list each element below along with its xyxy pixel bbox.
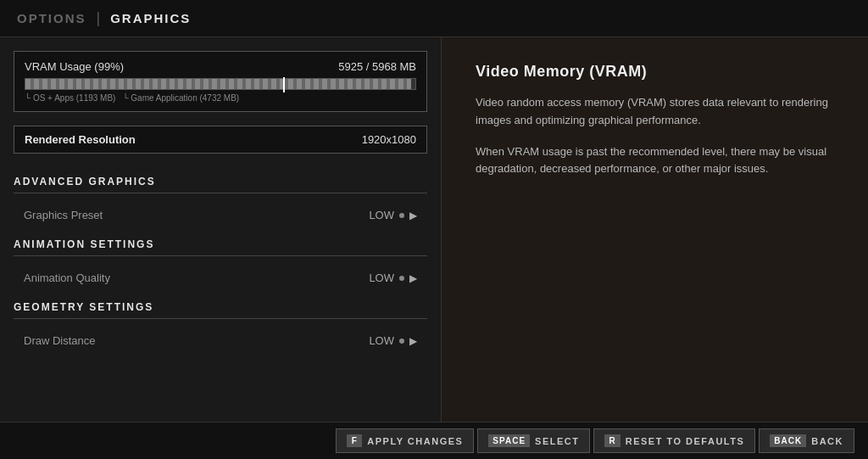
vram-os-label: OS + Apps (1193 MB): [25, 93, 115, 103]
vram-game-label: Game Application (4732 MB): [122, 93, 239, 103]
vram-bar-fill: [25, 79, 411, 89]
header-divider: |: [97, 9, 101, 27]
animation-quality-row[interactable]: Animation Quality LOW ▶: [14, 263, 427, 293]
select-button[interactable]: SPACE SELECT: [477, 428, 590, 453]
info-paragraph-2: When VRAM usage is past the recommended …: [476, 143, 843, 179]
right-panel: Video Memory (VRAM) Video random access …: [441, 37, 868, 422]
animation-quality-arrow[interactable]: ▶: [409, 272, 417, 284]
section-header-animation-settings: ANIMATION SETTINGS: [14, 233, 427, 256]
back-button[interactable]: BACK BACK: [759, 428, 854, 453]
section-header-advanced-graphics: ADVANCED GRAPHICS: [14, 171, 427, 193]
info-paragraph-1: Video random access memory (VRAM) stores…: [476, 94, 843, 130]
back-label: BACK: [811, 436, 843, 446]
draw-distance-arrow[interactable]: ▶: [409, 335, 417, 347]
graphics-preset-dot: [399, 213, 404, 218]
graphics-preset-value: LOW: [369, 209, 394, 221]
animation-quality-dot: [399, 276, 404, 281]
draw-distance-row[interactable]: Draw Distance LOW ▶: [14, 326, 427, 355]
apply-changes-label: APPLY CHANGES: [367, 436, 463, 446]
back-key: BACK: [770, 434, 806, 447]
main-container: OPTIONS | GRAPHICS VRAM Usage (99%) 5925…: [0, 0, 868, 459]
rendered-resolution-row: Rendered Resolution 1920x1080: [14, 126, 427, 154]
draw-distance-label: Draw Distance: [24, 334, 96, 347]
animation-quality-value-area: LOW ▶: [369, 271, 417, 284]
reset-key: R: [604, 434, 620, 447]
options-nav-label[interactable]: OPTIONS: [17, 11, 86, 25]
vram-bar-cursor: [283, 77, 285, 92]
draw-distance-value: LOW: [369, 334, 394, 347]
vram-labels: OS + Apps (1193 MB) Game Application (47…: [25, 93, 416, 103]
main-area: VRAM Usage (99%) 5925 / 5968 MB OS + App…: [0, 37, 868, 422]
graphics-preset-row[interactable]: Graphics Preset LOW ▶: [14, 200, 427, 230]
apply-changes-button[interactable]: F APPLY CHANGES: [336, 428, 474, 453]
select-key: SPACE: [488, 434, 530, 447]
left-panel: VRAM Usage (99%) 5925 / 5968 MB OS + App…: [0, 37, 441, 422]
vram-values: 5925 / 5968 MB: [338, 60, 416, 73]
animation-quality-label: Animation Quality: [24, 271, 110, 284]
draw-distance-value-area: LOW ▶: [369, 334, 417, 347]
vram-title: VRAM Usage (99%): [25, 60, 124, 73]
reset-to-defaults-button[interactable]: R RESET TO DEFAULTS: [593, 428, 755, 453]
select-label: SELECT: [535, 436, 579, 446]
reset-label: RESET TO DEFAULTS: [626, 436, 745, 446]
header: OPTIONS | GRAPHICS: [0, 0, 868, 37]
vram-header: VRAM Usage (99%) 5925 / 5968 MB: [25, 60, 416, 73]
graphics-preset-label: Graphics Preset: [24, 209, 103, 221]
apply-changes-key: F: [347, 434, 362, 447]
animation-quality-value: LOW: [369, 271, 394, 284]
current-section-label: GRAPHICS: [110, 11, 191, 25]
draw-distance-dot: [399, 339, 404, 344]
rendered-resolution-label: Rendered Resolution: [25, 133, 136, 146]
rendered-resolution-value: 1920x1080: [362, 133, 416, 146]
vram-bar: [25, 78, 416, 90]
section-header-geometry-settings: GEOMETRY SETTINGS: [14, 296, 427, 319]
info-title: Video Memory (VRAM): [476, 63, 843, 81]
graphics-preset-arrow[interactable]: ▶: [409, 210, 417, 221]
footer: F APPLY CHANGES SPACE SELECT R RESET TO …: [0, 422, 868, 459]
vram-box: VRAM Usage (99%) 5925 / 5968 MB OS + App…: [14, 51, 427, 112]
graphics-preset-value-area: LOW ▶: [369, 209, 417, 221]
